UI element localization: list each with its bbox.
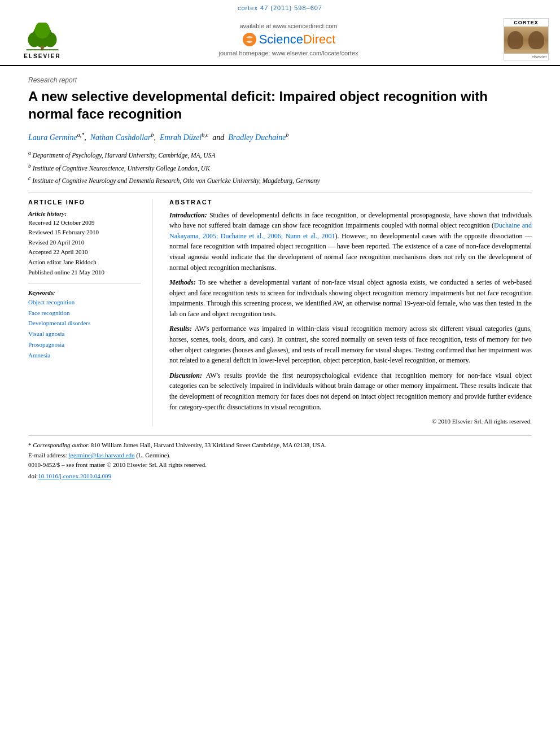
history-revised: Revised 20 April 2010 [28,238,141,248]
history-heading: Article history: [28,210,141,217]
abstract-text: Introduction: Studies of developmental d… [169,210,532,427]
sd-label: ScienceDirect [259,32,336,47]
keyword-3[interactable]: Developmental disorders [28,318,141,329]
two-column-layout: ARTICLE INFO Article history: Received 1… [28,199,532,427]
cortex-cover-title: CORTEX [504,19,548,27]
affiliation-b: b Institute of Cognitive Neuroscience, U… [28,161,532,174]
discussion-label: Discussion: [169,372,206,379]
author-1: Laura Germine [28,133,77,142]
keywords-heading: Keywords: [28,289,141,296]
article-history-group: Article history: Received 12 October 200… [28,210,141,278]
history-accepted: Accepted 22 April 2010 [28,247,141,257]
author-3-sup: b,c [202,132,208,138]
issn-line: 0010-9452/$ – see front matter © 2010 El… [28,460,532,470]
divider [28,193,532,193]
keywords-group: Keywords: Object recognition Face recogn… [28,289,141,360]
author-1-sup: a,* [77,132,85,138]
elsevier-logo: ELSEVIER [11,20,73,59]
footnote-section: * Corresponding author. 810 William Jame… [28,435,532,481]
email-line: E-mail address: lgermine@fas.harvard.edu… [28,451,532,461]
article-title: A new selective developmental deficit: I… [28,88,532,123]
history-published-online: Published online 21 May 2010 [28,268,141,278]
copyright: © 2010 Elsevier Srl. All rights reserved… [169,417,532,426]
methods-label: Methods: [169,278,198,286]
affil-sup-c: c [28,175,30,181]
doi-line: doi:10.1016/j.cortex.2010.04.009 [28,471,532,482]
keyword-1[interactable]: Object recognition [28,297,141,308]
corresponding-address: 810 William James Hall, Harvard Universi… [91,442,327,448]
email-label: E-mail address: [28,452,68,458]
abstract-discussion: Discussion: AW's results provide the fir… [169,370,532,412]
corresponding-label: * Corresponding author. [28,442,89,448]
svg-rect-5 [27,49,59,50]
cortex-cover: CORTEX elsevier [504,18,549,60]
author-2-sup: b [151,132,154,138]
author-2: Nathan Cashdollar [90,133,151,142]
cortex-cover-footer: elsevier [504,54,548,60]
affiliation-c: c Institute of Cognitive Neurology and D… [28,174,532,186]
sciencedirect-logo: ScienceDirect [242,32,336,47]
abstract-introduction: Introduction: Studies of developmental d… [169,210,532,273]
article-info-column: ARTICLE INFO Article history: Received 1… [28,199,152,427]
available-text: available at www.sciencedirect.com [239,23,337,29]
journal-homepage: journal homepage: www.elsevier.com/locat… [218,50,358,56]
main-content: Research report A new selective developm… [0,66,560,493]
elsevier-tree-icon [17,23,68,52]
elsevier-text: ELSEVIER [24,53,60,59]
author-4-sup: b [286,132,288,138]
article-info-label: ARTICLE INFO [28,199,141,206]
brain-shape-icon [508,31,523,49]
abstract-results: Results: AW's performance was impaired i… [169,324,532,365]
abstract-label: ABSTRACT [169,199,532,206]
author-3: Emrah Düzel [160,133,202,142]
results-label: Results: [169,325,195,333]
cortex-cover-image [504,27,548,54]
history-action-editor: Action editor Jane Riddoch [28,257,141,268]
abstract-column: ABSTRACT Introduction: Studies of develo… [169,199,532,427]
center-logos: available at www.sciencedirect.com Scien… [218,23,358,56]
email-suffix: (L. Germine). [136,452,170,458]
affiliations: a Department of Psychology, Harvard Univ… [28,148,532,186]
keyword-4[interactable]: Visual agnosia [28,329,141,339]
svg-point-7 [243,33,256,46]
doi-link[interactable]: 10.1016/j.cortex.2010.04.009 [38,473,111,479]
svg-point-6 [41,46,44,49]
corresponding-author-line: * Corresponding author. 810 William Jame… [28,440,532,451]
keywords-divider [28,283,141,283]
history-reviewed: Reviewed 15 February 2010 [28,228,141,238]
authors-line: Laura Germinea,*, Nathan Cashdollarb, Em… [28,130,532,144]
affil-sup-a: a [28,150,31,156]
journal-citation: cortex 47 (2011) 598–607 [238,5,322,11]
ref-duchaine-2005[interactable]: Duchaine and Nakayama, 2005; Duchaine et… [169,221,532,240]
history-received: Received 12 October 2009 [28,218,141,228]
keyword-2[interactable]: Face recognition [28,308,141,318]
journal-header: cortex 47 (2011) 598–607 [0,0,560,14]
logo-bar: ELSEVIER available at www.sciencedirect.… [0,14,560,66]
brain-shape-icon [528,31,544,49]
keywords-list: Object recognition Face recognition Deve… [28,297,141,360]
abstract-methods: Methods: To see whether a developmental … [169,277,532,319]
sciencedirect-icon [242,32,257,47]
affiliation-a: a Department of Psychology, Harvard Univ… [28,148,532,161]
keyword-5[interactable]: Prosopagnosia [28,339,141,350]
author-4: Bradley Duchaine [228,133,286,142]
keyword-6[interactable]: Amnesia [28,350,141,361]
intro-label: Introduction: [169,211,209,219]
section-type-label: Research report [28,72,532,84]
affil-sup-b: b [28,163,31,169]
email-link[interactable]: lgermine@fas.harvard.edu [68,452,134,458]
